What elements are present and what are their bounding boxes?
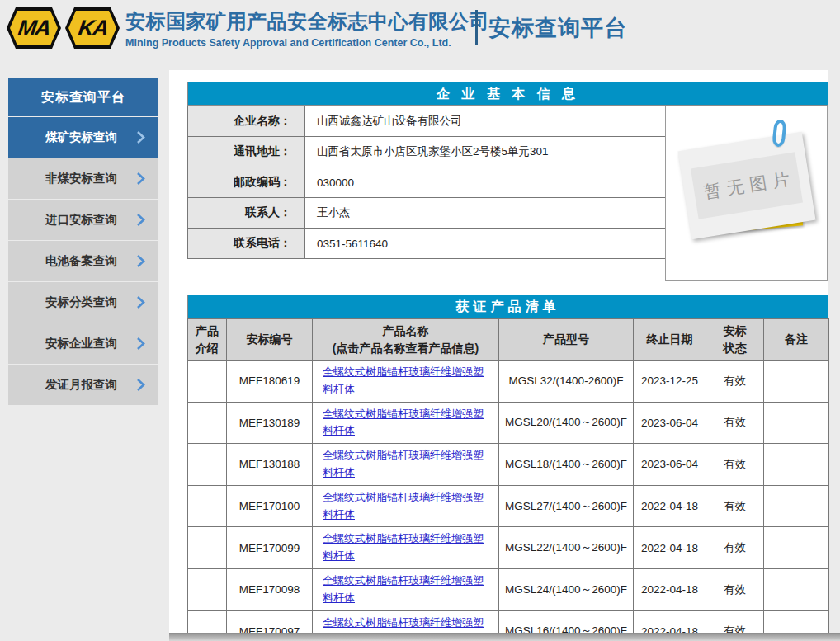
sidebar-item-发证月报查询[interactable]: 发证月报查询 bbox=[8, 365, 158, 405]
product-intro-cell bbox=[188, 402, 227, 444]
product-name-link[interactable]: 全螺纹式树脂锚杆玻璃纤维增强塑料杆体 bbox=[323, 408, 484, 437]
status-cell: 有效 bbox=[706, 485, 764, 527]
remark-cell bbox=[764, 568, 829, 610]
sidebar-item-煤矿安标查询[interactable]: 煤矿安标查询 bbox=[8, 117, 158, 158]
info-value: 030000 bbox=[305, 167, 666, 198]
info-label: 通讯地址： bbox=[188, 137, 305, 167]
company-info-section: 企 业 基 本 信 息 企业名称：山西诚鑫达矿山设备有限公司通讯地址：山西省太原… bbox=[187, 82, 828, 281]
company-info-row: 联系人：王小杰 bbox=[188, 198, 666, 229]
end-date-cell: 2023-06-04 bbox=[634, 402, 706, 444]
company-info-row: 企业名称：山西诚鑫达矿山设备有限公司 bbox=[188, 106, 666, 137]
sidebar-item-安标分类查询[interactable]: 安标分类查询 bbox=[8, 282, 158, 323]
product-model-cell: MGSL32/(1400-2600)F bbox=[499, 361, 634, 403]
company-info-title: 企 业 基 本 信 息 bbox=[187, 82, 828, 106]
product-row: MEF170098全螺纹式树脂锚杆玻璃纤维增强塑料杆体MGSL24/(1400～… bbox=[188, 568, 829, 610]
company-info-row: 通讯地址：山西省太原市小店区巩家堡小区2号楼5单元301 bbox=[188, 137, 666, 167]
sidebar-item-电池备案查询[interactable]: 电池备案查询 bbox=[8, 241, 158, 281]
sidebar-title: 安标查询平台 bbox=[8, 78, 158, 116]
product-row: MEF130189全螺纹式树脂锚杆玻璃纤维增强塑料杆体MGSL20/(1400～… bbox=[188, 402, 829, 444]
info-value: 山西省太原市小店区巩家堡小区2号楼5单元301 bbox=[305, 137, 666, 167]
bottom-shadow-bar bbox=[169, 633, 840, 641]
product-name-link[interactable]: 全螺纹式树脂锚杆玻璃纤维增强塑料杆体 bbox=[323, 491, 484, 521]
product-model-cell: MGSL18/(1400～2600)F bbox=[499, 444, 634, 486]
info-value: 王小杰 bbox=[305, 198, 666, 229]
product-name-link[interactable]: 全螺纹式树脂锚杆玻璃纤维增强塑料杆体 bbox=[323, 449, 484, 478]
product-name-cell: 全螺纹式树脂锚杆玻璃纤维增强塑料杆体 bbox=[313, 485, 499, 527]
product-row: MEF170099全螺纹式树脂锚杆玻璃纤维增强塑料杆体MGSL22/(1400～… bbox=[188, 527, 829, 569]
sidebar-nav: 煤矿安标查询非煤安标查询进口安标查询电池备案查询安标分类查询安标企业查询发证月报… bbox=[8, 117, 158, 405]
product-name-cell: 全螺纹式树脂锚杆玻璃纤维增强塑料杆体 bbox=[313, 402, 499, 444]
sidebar-item-label: 电池备案查询 bbox=[45, 254, 117, 267]
org-title-block: 安标国家矿用产品安全标志中心有限公司 Mining Products Safet… bbox=[125, 8, 489, 49]
approval-code-cell: MEF170100 bbox=[227, 485, 313, 527]
company-info-row: 联系电话：0351-5611640 bbox=[188, 229, 666, 259]
sidebar-item-label: 煤矿安标查询 bbox=[45, 130, 117, 144]
remark-cell bbox=[764, 527, 829, 569]
remark-cell bbox=[764, 402, 829, 444]
product-name-link[interactable]: 全螺纹式树脂锚杆玻璃纤维增强塑料杆体 bbox=[323, 532, 484, 562]
product-intro-cell bbox=[188, 361, 227, 403]
platform-title: 安标查询平台 bbox=[488, 13, 627, 43]
product-model-cell: MGSL22/(1400～2600)F bbox=[499, 527, 634, 569]
end-date-cell: 2022-04-18 bbox=[634, 568, 706, 610]
product-column-header: 产品介绍 bbox=[188, 319, 227, 361]
product-model-cell: MGSL24/(1400～2600)F bbox=[499, 568, 634, 610]
end-date-cell: 2022-04-18 bbox=[634, 527, 706, 569]
logo-text-ka: KA bbox=[76, 16, 108, 41]
product-model-cell: MGSL27/(1400～2600)F bbox=[499, 485, 634, 527]
org-name-en: Mining Products Safety Approval and Cert… bbox=[125, 37, 489, 49]
sidebar-item-label: 非煤安标查询 bbox=[45, 172, 117, 185]
product-list-title: 获证产品清单 bbox=[187, 295, 828, 318]
product-table: 产品介绍安标编号产品名称(点击产品名称查看产品信息)产品型号终止日期安标状态备注… bbox=[187, 318, 829, 641]
main-panel: 企 业 基 本 信 息 企业名称：山西诚鑫达矿山设备有限公司通讯地址：山西省太原… bbox=[169, 70, 828, 633]
chevron-right-icon bbox=[136, 378, 145, 392]
chevron-right-icon bbox=[136, 295, 145, 309]
info-label: 邮政编码： bbox=[188, 167, 305, 198]
sidebar-item-安标企业查询[interactable]: 安标企业查询 bbox=[8, 323, 158, 364]
sidebar-item-非煤安标查询[interactable]: 非煤安标查询 bbox=[8, 158, 158, 199]
product-intro-cell bbox=[188, 527, 227, 569]
product-column-header: 备注 bbox=[764, 319, 829, 361]
logo-text-ma: MA bbox=[17, 16, 51, 41]
approval-code-cell: MEF170098 bbox=[227, 568, 313, 610]
product-column-header: 安标状态 bbox=[706, 319, 764, 361]
logo-hex-left: MA bbox=[7, 7, 61, 49]
product-name-cell: 全螺纹式树脂锚杆玻璃纤维增强塑料杆体 bbox=[313, 527, 499, 569]
chevron-right-icon bbox=[136, 254, 145, 268]
status-cell: 有效 bbox=[706, 527, 764, 569]
approval-code-cell: MEF170099 bbox=[227, 527, 313, 569]
company-info-row: 邮政编码：030000 bbox=[188, 167, 666, 198]
approval-code-cell: MEF180619 bbox=[227, 361, 313, 403]
product-column-header: 终止日期 bbox=[634, 319, 706, 361]
product-model-cell: MGSL20/(1400～2600)F bbox=[499, 402, 634, 444]
product-name-link[interactable]: 全螺纹式树脂锚杆玻璃纤维增强塑料杆体 bbox=[323, 574, 484, 604]
sidebar-item-label: 进口安标查询 bbox=[45, 213, 117, 226]
info-label: 企业名称： bbox=[188, 106, 305, 137]
header-divider bbox=[475, 10, 478, 45]
status-cell: 有效 bbox=[706, 444, 764, 486]
page: MA KA 安标国家矿用产品安全标志中心有限公司 Mining Products… bbox=[0, 0, 840, 641]
product-name-link[interactable]: 全螺纹式树脂锚杆玻璃纤维增强塑料杆体 bbox=[323, 365, 484, 395]
company-info-table: 企业名称：山西诚鑫达矿山设备有限公司通讯地址：山西省太原市小店区巩家堡小区2号楼… bbox=[187, 106, 666, 259]
sidebar-item-label: 安标分类查询 bbox=[45, 295, 117, 309]
product-column-header: 产品型号 bbox=[499, 319, 634, 361]
product-column-header: 产品名称(点击产品名称查看产品信息) bbox=[313, 319, 499, 361]
info-label: 联系人： bbox=[188, 198, 305, 229]
end-date-cell: 2023-06-04 bbox=[634, 444, 706, 486]
maka-logo[interactable]: MA KA bbox=[7, 7, 120, 49]
product-table-header-row: 产品介绍安标编号产品名称(点击产品名称查看产品信息)产品型号终止日期安标状态备注 bbox=[188, 319, 829, 361]
info-label: 联系电话： bbox=[188, 229, 305, 259]
chevron-right-icon bbox=[136, 337, 145, 351]
product-name-cell: 全螺纹式树脂锚杆玻璃纤维增强塑料杆体 bbox=[313, 361, 499, 403]
product-intro-cell bbox=[188, 568, 227, 610]
sidebar-item-进口安标查询[interactable]: 进口安标查询 bbox=[8, 200, 158, 240]
info-value: 0351-5611640 bbox=[305, 229, 666, 259]
product-intro-cell bbox=[188, 485, 227, 527]
remark-cell bbox=[764, 485, 829, 527]
product-intro-cell bbox=[188, 444, 227, 486]
chevron-right-icon bbox=[136, 172, 145, 186]
product-list-section: 获证产品清单 产品介绍安标编号产品名称(点击产品名称查看产品信息)产品型号终止日… bbox=[187, 295, 828, 641]
product-name-cell: 全螺纹式树脂锚杆玻璃纤维增强塑料杆体 bbox=[313, 568, 499, 610]
product-column-header: 安标编号 bbox=[227, 319, 313, 361]
sidebar-item-label: 安标企业查询 bbox=[45, 337, 117, 350]
